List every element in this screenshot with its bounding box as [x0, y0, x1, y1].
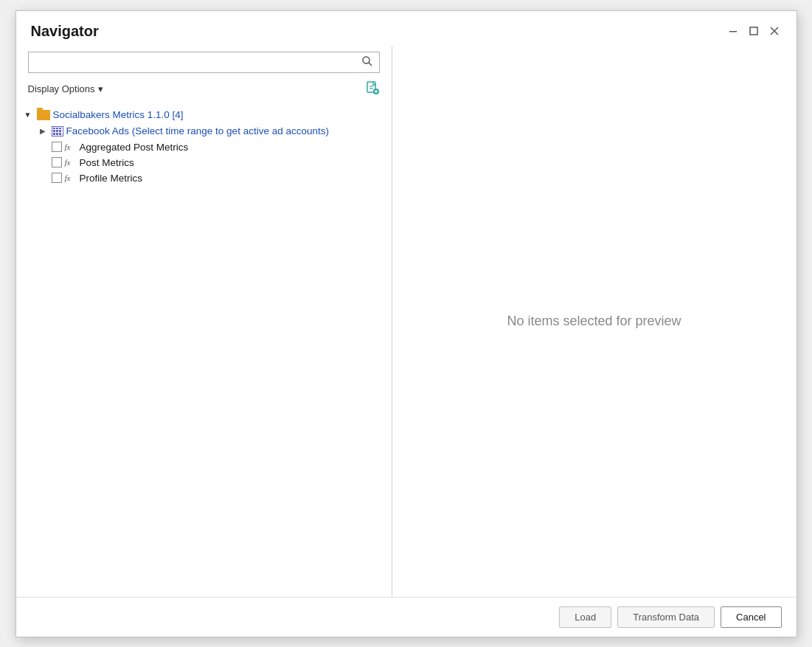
checkbox-profile-metrics[interactable] [52, 173, 62, 183]
fx-icon: fx [65, 173, 77, 182]
toggle-collapse-icon[interactable]: ▶ [37, 125, 49, 137]
display-options-label: Display Options [28, 83, 95, 94]
aggregated-post-metrics-label: Aggregated Post Metrics [80, 142, 189, 153]
post-metrics-label: Post Metrics [80, 157, 134, 168]
search-bar [28, 52, 380, 73]
search-input[interactable] [35, 56, 361, 68]
root-item-label: Socialbakers Metrics 1.1.0 [4] [53, 109, 184, 120]
left-panel: Display Options ▾ [16, 46, 392, 597]
chevron-down-icon: ▾ [98, 83, 103, 94]
cancel-button[interactable]: Cancel [721, 606, 781, 628]
svg-rect-1 [750, 27, 757, 35]
dialog-title: Navigator [31, 23, 99, 40]
svg-rect-0 [729, 31, 737, 32]
options-row: Display Options ▾ [16, 76, 392, 104]
table-icon [52, 126, 63, 136]
display-options-button[interactable]: Display Options ▾ [28, 83, 103, 94]
fx-icon: fx [65, 158, 77, 167]
navigator-dialog: Navigator [15, 10, 797, 637]
close-button[interactable] [767, 24, 782, 38]
list-item[interactable]: ▶ Facebook Ads (Select time range to get… [16, 123, 392, 139]
fx-icon: fx [65, 142, 77, 151]
title-bar: Navigator [16, 11, 797, 46]
minimize-button[interactable] [726, 24, 740, 38]
profile-metrics-label: Profile Metrics [80, 173, 143, 184]
restore-button[interactable] [746, 24, 761, 38]
svg-point-4 [363, 57, 369, 63]
window-controls [726, 24, 782, 38]
list-item[interactable]: fx Post Metrics [16, 155, 392, 170]
checkbox-post-metrics[interactable] [52, 157, 62, 167]
tree-area: ▼ Socialbakers Metrics 1.1.0 [4] ▶ Faceb… [16, 104, 392, 597]
file-icon-button[interactable] [365, 80, 380, 98]
checkbox-aggregated[interactable] [52, 142, 62, 152]
no-preview-text: No items selected for preview [507, 314, 681, 329]
facebook-ads-label: Facebook Ads (Select time range to get a… [66, 125, 329, 136]
load-button[interactable]: Load [559, 606, 611, 628]
svg-line-5 [369, 63, 372, 66]
footer: Load Transform Data Cancel [16, 597, 797, 637]
transform-data-button[interactable]: Transform Data [617, 606, 715, 628]
search-icon [361, 55, 373, 69]
list-item[interactable]: fx Profile Metrics [16, 170, 392, 186]
right-panel: No items selected for preview [392, 46, 797, 597]
content-area: Display Options ▾ [16, 46, 797, 597]
toggle-expand-icon[interactable]: ▼ [22, 109, 34, 121]
folder-icon [37, 110, 50, 120]
list-item[interactable]: fx Aggregated Post Metrics [16, 139, 392, 155]
tree-root-item[interactable]: ▼ Socialbakers Metrics 1.1.0 [4] [16, 107, 392, 123]
search-bar-wrap [16, 46, 392, 76]
